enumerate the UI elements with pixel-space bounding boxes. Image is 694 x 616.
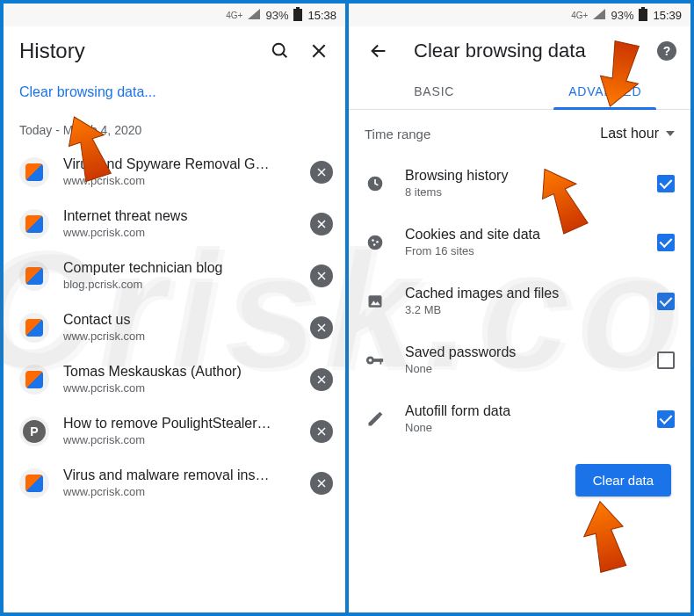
option-title: Browsing history [405,168,638,184]
svg-point-2 [273,44,285,55]
history-header: History [4,26,345,72]
history-item[interactable]: Virus and Spyware Removal G…www.pcrisk.c… [4,146,345,198]
status-bar: 4G+ 93% 15:39 [349,4,690,26]
status-bar: 4G+ 93% 15:38 [4,4,345,26]
option-text: Cached images and files3.2 MB [405,286,638,316]
clear-browsing-data-link[interactable]: Clear browsing data... [4,72,345,114]
option-text: Cookies and site dataFrom 16 sites [405,227,638,257]
time-range-dropdown[interactable]: Time range Last hour [349,110,690,149]
svg-rect-29 [369,295,382,307]
favicon-icon [25,319,43,337]
search-icon[interactable] [268,39,293,63]
delete-icon[interactable] [310,161,333,184]
favicon [19,209,49,239]
option-item: Autofill form dataNone [349,389,690,448]
history-item[interactable]: Contact uswww.pcrisk.com [4,301,345,353]
svg-rect-21 [639,9,647,21]
history-item[interactable]: Virus and malware removal ins…www.pcrisk… [4,457,345,509]
favicon [19,313,49,343]
clear-data-header: Clear browsing data ? [349,26,690,72]
history-item-title: How to remove PoulightStealer… [63,416,296,431]
favicon-icon [25,267,43,285]
history-item-text: Virus and malware removal ins…www.pcrisk… [63,467,296,498]
favicon-icon [25,371,43,388]
history-item-title: Virus and Spyware Removal G… [63,156,296,172]
delete-icon[interactable] [310,472,333,495]
svg-rect-1 [296,7,300,9]
network-indicator: 4G+ [226,11,242,20]
history-item-title: Contact us [63,312,296,328]
close-icon[interactable] [307,39,331,63]
delete-icon[interactable] [310,368,333,391]
favicon-icon [25,163,43,181]
history-item-url: www.pcrisk.com [63,381,296,395]
history-item-text: Computer technician blogblog.pcrisk.com [63,260,296,291]
option-text: Autofill form dataNone [405,403,638,434]
svg-point-25 [368,235,383,250]
option-item: Cached images and files3.2 MB [349,272,690,330]
tab-basic[interactable]: BASIC [349,72,520,109]
svg-rect-22 [641,7,645,9]
history-item-title: Virus and malware removal ins… [63,467,296,483]
signal-icon [593,9,605,22]
option-title: Saved passwords [405,344,638,360]
delete-icon[interactable] [310,265,333,287]
option-title: Cached images and files [405,286,638,301]
cookie-icon [365,232,386,253]
delete-icon[interactable] [310,420,333,443]
tab-bar: BASIC ADVANCED [349,72,690,110]
svg-point-28 [373,243,376,246]
clock-text: 15:39 [653,9,682,22]
chevron-down-icon [666,131,675,136]
time-range-label: Time range [365,127,600,141]
history-item-url: blog.pcrisk.com [63,278,296,291]
history-item-url: www.pcrisk.com [63,330,296,343]
tab-advanced[interactable]: ADVANCED [520,72,691,109]
option-subtitle: 8 items [405,185,638,199]
favicon: P [19,417,49,446]
date-header: Today - March 4, 2020 [4,114,345,146]
favicon [19,468,49,498]
option-text: Saved passwordsNone [405,344,638,375]
svg-rect-32 [373,359,383,362]
key-icon [365,350,386,371]
signal-icon [248,9,260,22]
history-item-url: www.pcrisk.com [63,174,296,187]
option-subtitle: 3.2 MB [405,303,638,316]
option-subtitle: None [405,362,638,375]
delete-icon[interactable] [310,213,333,236]
history-item-text: Virus and Spyware Removal G…www.pcrisk.c… [63,156,296,187]
option-checkbox[interactable] [657,410,675,428]
history-item-text: How to remove PoulightStealer…www.pcrisk… [63,416,296,446]
history-item-url: www.pcrisk.com [63,485,296,498]
history-item[interactable]: Tomas Meskauskas (Author)www.pcrisk.com [4,353,345,405]
option-title: Cookies and site data [405,227,638,243]
history-item-text: Contact uswww.pcrisk.com [63,312,296,343]
history-item-title: Internet threat news [63,208,296,224]
option-checkbox[interactable] [657,234,675,251]
history-item[interactable]: Internet threat newswww.pcrisk.com [4,198,345,250]
favicon [19,157,49,187]
option-item: Cookies and site dataFrom 16 sites [349,213,690,272]
battery-icon [639,7,647,24]
option-checkbox[interactable] [657,351,675,369]
history-item-text: Internet threat newswww.pcrisk.com [63,208,296,239]
history-item-url: www.pcrisk.com [63,433,296,446]
option-checkbox[interactable] [657,175,675,192]
battery-text: 93% [611,9,633,22]
network-indicator: 4G+ [571,11,588,20]
help-icon[interactable]: ? [657,41,676,61]
option-title: Autofill form data [405,403,638,419]
history-item-text: Tomas Meskauskas (Author)www.pcrisk.com [63,364,296,395]
favicon-icon [25,475,43,492]
option-checkbox[interactable] [657,293,675,310]
clear-data-screen: 4G+ 93% 15:39 Clear browsing data ? BASI… [349,4,690,612]
svg-point-27 [376,240,379,243]
history-item[interactable]: Computer technician blogblog.pcrisk.com [4,250,345,301]
page-title: Clear browsing data [414,40,633,62]
delete-icon[interactable] [310,316,333,339]
back-icon[interactable] [365,39,393,63]
battery-text: 93% [265,9,288,22]
history-item[interactable]: PHow to remove PoulightStealer…www.pcris… [4,405,345,457]
clear-data-button[interactable]: Clear data [575,464,671,496]
